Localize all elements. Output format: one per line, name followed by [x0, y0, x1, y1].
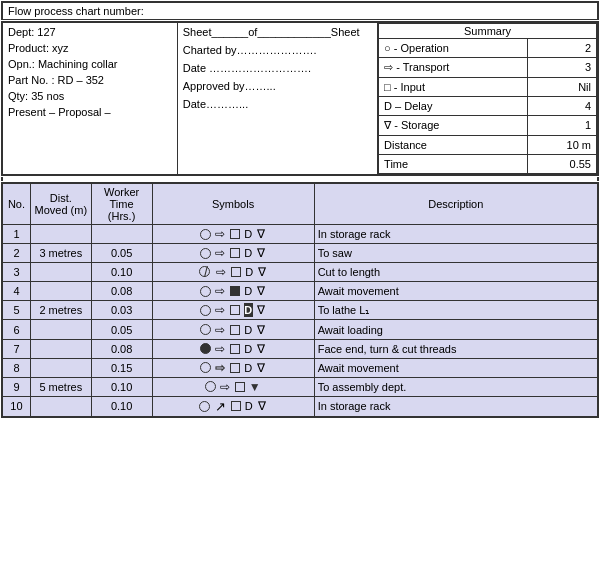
charted-by: Charted by…………………. — [183, 44, 372, 56]
circle-icon — [200, 229, 211, 240]
header-description: Description — [314, 183, 598, 225]
flow-title-table: Flow process chart number: — [1, 1, 599, 20]
arrow-filled-icon: ⇨ — [215, 361, 226, 375]
row-7-worker: 0.08 — [91, 339, 152, 358]
row-5-dist: 2 metres — [30, 301, 91, 320]
summary-row-6-sym: Time — [379, 155, 528, 174]
approved-by: Approved by……... — [183, 80, 372, 92]
triangle-icon: ∇ — [257, 361, 266, 375]
table-row: 10 0.10 ↗ D ∇ In storage rack — [2, 396, 598, 417]
summary-row-1-val: 3 — [527, 58, 596, 78]
square-icon — [235, 382, 245, 392]
row-2-desc: To saw — [314, 244, 598, 263]
circle-icon — [200, 362, 211, 373]
arrow-icon: ⇨ — [215, 227, 226, 241]
square-icon — [230, 248, 240, 258]
active-circle-icon: / — [199, 266, 212, 279]
summary-row-3-val: 4 — [527, 97, 596, 116]
triangle-filled-icon: ▼ — [249, 380, 262, 394]
d-filled-icon: D — [244, 303, 253, 317]
row-3-dist — [30, 263, 91, 282]
summary-row-0-val: 2 — [527, 39, 596, 58]
row-2-symbols: ⇨ D ∇ — [152, 244, 314, 263]
row-1-dist — [30, 225, 91, 244]
arrow-icon: ⇨ — [215, 284, 226, 298]
triangle-icon: ∇ — [257, 246, 266, 260]
row-5-desc: To lathe L₁ — [314, 301, 598, 320]
flow-title-text: Flow process chart number: — [8, 5, 144, 17]
summary-row-5-val: 10 m — [527, 136, 596, 155]
square-icon — [230, 229, 240, 239]
top-section-table: Dept: 127 Product: xyz Opn.: Machining c… — [1, 21, 599, 176]
row-4-no: 4 — [2, 282, 30, 301]
table-row: 3 0.10 / ⇨ D ∇ Cut to length — [2, 263, 598, 282]
square-icon — [230, 325, 240, 335]
dept-label: Dept: 127 — [8, 26, 172, 38]
triangle-icon: ∇ — [257, 342, 266, 356]
row-5-symbols: ⇨ D ∇ — [152, 301, 314, 320]
circle-filled-icon — [200, 343, 211, 354]
summary-row-1-sym: ⇨ - Transport — [379, 58, 528, 78]
triangle-icon: ∇ — [257, 303, 266, 317]
d-icon: D — [245, 400, 254, 412]
row-8-symbols: ⇨ D ∇ — [152, 358, 314, 377]
d-icon: D — [244, 247, 253, 259]
summary-row-4-val: 1 — [527, 116, 596, 136]
circle-icon — [199, 401, 210, 412]
row-9-no: 9 — [2, 377, 30, 396]
arrow-icon: ⇨ — [215, 342, 226, 356]
row-3-symbols: / ⇨ D ∇ — [152, 263, 314, 282]
square-icon — [230, 305, 240, 315]
arrow-icon: ⇨ — [215, 323, 226, 337]
summary-row-5-sym: Distance — [379, 136, 528, 155]
row-9-worker: 0.10 — [91, 377, 152, 396]
flow-title-cell: Flow process chart number: — [2, 2, 598, 20]
row-7-desc: Face end, turn & cut threads — [314, 339, 598, 358]
row-4-symbols: ⇨ D ∇ — [152, 282, 314, 301]
row-6-symbols: ⇨ D ∇ — [152, 320, 314, 339]
row-9-desc: To assembly dept. — [314, 377, 598, 396]
header-symbols: Symbols — [152, 183, 314, 225]
row-7-symbols: ⇨ D ∇ — [152, 339, 314, 358]
row-8-no: 8 — [2, 358, 30, 377]
row-10-worker: 0.10 — [91, 396, 152, 417]
square-icon — [231, 267, 241, 277]
summary-row-3-sym: D – Delay — [379, 97, 528, 116]
row-9-symbols: ⇨ ▼ — [152, 377, 314, 396]
main-data-table: No. Dist. Moved (m) Worker Time (Hrs.) S… — [1, 182, 599, 418]
triangle-icon: ∇ — [257, 284, 266, 298]
table-row: 9 5 metres 0.10 ⇨ ▼ To assembly dept. — [2, 377, 598, 396]
summary-row-2-sym: □ - Input — [379, 78, 528, 97]
qty-label: Qty: 35 nos — [8, 90, 172, 102]
table-row: 2 3 metres 0.05 ⇨ D ∇ To saw — [2, 244, 598, 263]
circle-icon — [200, 305, 211, 316]
row-8-worker: 0.15 — [91, 358, 152, 377]
row-3-no: 3 — [2, 263, 30, 282]
triangle-icon: ∇ — [258, 399, 267, 413]
summary-cell: Summary ○ - Operation 2 ⇨ - Transport 3 … — [378, 22, 598, 175]
table-row: 4 0.08 ⇨ D ∇ Await movement — [2, 282, 598, 301]
summary-row-2-val: Nil — [527, 78, 596, 97]
header-dist: Dist. Moved (m) — [30, 183, 91, 225]
d-icon: D — [244, 362, 253, 374]
d-icon: D — [244, 228, 253, 240]
row-8-dist — [30, 358, 91, 377]
d-icon: D — [245, 266, 254, 278]
row-2-no: 2 — [2, 244, 30, 263]
row-7-no: 7 — [2, 339, 30, 358]
row-10-dist — [30, 396, 91, 417]
table-row: 8 0.15 ⇨ D ∇ Await movement — [2, 358, 598, 377]
present-label: Present – Proposal – — [8, 106, 172, 118]
row-5-no: 5 — [2, 301, 30, 320]
summary-row-6-val: 0.55 — [527, 155, 596, 174]
row-4-worker: 0.08 — [91, 282, 152, 301]
header-worker: Worker Time (Hrs.) — [91, 183, 152, 225]
summary-title: Summary — [379, 24, 597, 39]
left-info-cell: Dept: 127 Product: xyz Opn.: Machining c… — [2, 22, 177, 175]
arrow-icon: ⇨ — [220, 380, 231, 394]
d-icon: D — [244, 324, 253, 336]
circle-icon — [200, 248, 211, 259]
row-8-desc: Await movement — [314, 358, 598, 377]
header-no: No. — [2, 183, 30, 225]
table-row: 1 ⇨ D ∇ In storage rack — [2, 225, 598, 244]
